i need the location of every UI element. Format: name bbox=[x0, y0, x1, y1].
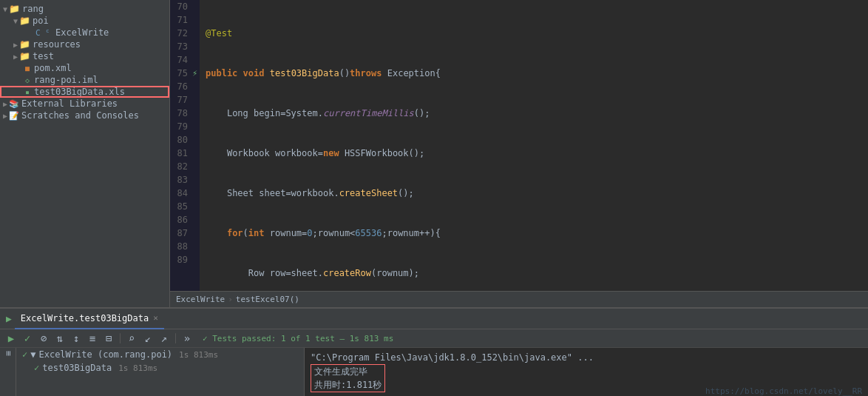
code-line-71: ⚡public void test03BigData()throws Excep… bbox=[206, 67, 868, 80]
run-tree-item-test03[interactable]: ✓ test03BigData 1s 813ms bbox=[16, 361, 304, 375]
output-line-0: "C:\Program Files\Java\jdk1.8.0_152\bin\… bbox=[311, 351, 862, 364]
run-left-icons: ≡ bbox=[0, 348, 16, 396]
file-tree-sidebar: ▼ 📁 rang ▼ 📁 poi C ᶜ ExcelWrite ▶ 📁 reso… bbox=[0, 0, 170, 307]
code-line-75: for(int rownum=0;rownum<65536;rownum++){ bbox=[206, 226, 868, 240]
cols-button[interactable]: ⊟ bbox=[102, 332, 115, 345]
run-tabs: ▶ ExcelWrite.test03BigData ✕ bbox=[0, 309, 868, 329]
chevron-icon: ▶ bbox=[13, 41, 18, 49]
code-line-72: Long begin=System.currentTimeMillis(); bbox=[206, 107, 868, 120]
play-button[interactable]: ▶ bbox=[4, 332, 18, 345]
run-panel: ▶ ExcelWrite.test03BigData ✕ ▶ ✓ ⊘ ⇅ ↕ ≡… bbox=[0, 307, 868, 396]
tree-label: rang-poi.iml bbox=[34, 75, 98, 85]
run-body: ≡ ✓ ▼ ExcelWrite (com.rang.poi) 1s 813ms… bbox=[0, 348, 868, 396]
code-editor: 70 71 72 73 74 75 76 77 78 79 80 81 82 8… bbox=[170, 0, 868, 307]
separator-2 bbox=[175, 333, 176, 343]
tree-item-ext-libraries[interactable]: ▶ 📚 External Libraries bbox=[0, 98, 169, 110]
line-numbers: 70 71 72 73 74 75 76 77 78 79 80 81 82 8… bbox=[170, 0, 200, 291]
pass-icon-2: ✓ bbox=[34, 363, 39, 373]
output-box: 文件生成完毕 共用时:1.811秒 bbox=[311, 364, 385, 392]
run-tab-label: ExcelWrite.test03BigData bbox=[21, 313, 149, 323]
tree-label: ᶜ ExcelWrite bbox=[45, 27, 109, 38]
tree-item-iml[interactable]: ◇ rang-poi.iml bbox=[0, 74, 169, 86]
close-tab-icon[interactable]: ✕ bbox=[153, 313, 158, 323]
tests-passed-label: ✓ Tests passed: 1 of 1 test – 1s 813 ms bbox=[203, 334, 393, 343]
chevron-icon: ▶ bbox=[13, 53, 18, 61]
tree-label: poi bbox=[33, 16, 49, 26]
chevron-icon: ▶ bbox=[3, 100, 7, 108]
code-line-76: Row row=sheet.createRow(rownum); bbox=[206, 266, 868, 280]
pass-icon: ✓ bbox=[22, 349, 27, 360]
java-file-icon: C bbox=[35, 28, 41, 38]
tree-label: resources bbox=[33, 39, 81, 50]
stop-button[interactable]: ⊘ bbox=[37, 332, 50, 345]
sort-asc-button[interactable]: ⇅ bbox=[53, 332, 67, 345]
code-line-74: Sheet sheet=workbook.createSheet(); bbox=[206, 187, 868, 200]
tree-label: pom.xml bbox=[34, 63, 72, 73]
main-content: ▼ 📁 rang ▼ 📁 poi C ᶜ ExcelWrite ▶ 📁 reso… bbox=[0, 0, 868, 307]
folder-icon: 📁 bbox=[19, 39, 30, 50]
check-icon: ✓ bbox=[203, 334, 208, 343]
align-button[interactable]: ≡ bbox=[86, 332, 99, 345]
code-line-73: Workbook workbook=new HSSFWorkbook(); bbox=[206, 147, 868, 160]
sort-desc-button[interactable]: ↕ bbox=[69, 332, 83, 345]
check-button[interactable]: ✓ bbox=[21, 332, 34, 345]
run-time-0: 1s 813ms bbox=[172, 350, 224, 360]
tree-label: test03BigData.xls bbox=[34, 87, 125, 97]
code-lines[interactable]: @Test ⚡public void test03BigData()throws… bbox=[200, 0, 868, 291]
tree-item-rang[interactable]: ▼ 📁 rang bbox=[0, 3, 169, 15]
tree-label: rang bbox=[22, 4, 44, 14]
tree-item-poi[interactable]: ▼ 📁 poi bbox=[0, 15, 169, 27]
tree-label: External Libraries bbox=[21, 98, 118, 109]
tree-item-scratches[interactable]: ▶ 📝 Scratches and Consoles bbox=[0, 110, 169, 121]
more-button[interactable]: » bbox=[180, 332, 194, 345]
tree-label: test bbox=[33, 51, 54, 61]
run-time-1: 1s 813ms bbox=[112, 363, 163, 373]
breadcrumb-item-1[interactable]: ExcelWrite bbox=[176, 295, 225, 304]
iml-file-icon: ◇ bbox=[25, 76, 30, 84]
library-icon: 📚 bbox=[9, 99, 19, 109]
export-right-button[interactable]: ↗ bbox=[157, 332, 171, 345]
expand-icon: ▼ bbox=[30, 349, 35, 360]
run-toolbar: ▶ ✓ ⊘ ⇅ ↕ ≡ ⊟ ⌕ ↙ ↗ » ✓ Tests passed: 1 … bbox=[0, 329, 868, 348]
breadcrumb-item-2[interactable]: testExcel07() bbox=[236, 295, 299, 304]
folder-icon: 📁 bbox=[9, 4, 20, 14]
folder-icon: 📁 bbox=[19, 16, 30, 26]
folder-icon: 📁 bbox=[19, 51, 30, 61]
tree-item-excelwrite[interactable]: C ᶜ ExcelWrite bbox=[0, 27, 169, 38]
side-panel-icon[interactable]: ≡ bbox=[3, 351, 13, 356]
breadcrumb: ExcelWrite › testExcel07() bbox=[170, 291, 868, 307]
xml-file-icon: ■ bbox=[25, 64, 30, 73]
tree-item-pom[interactable]: ■ pom.xml bbox=[0, 62, 169, 74]
run-method-label: test03BigData bbox=[42, 363, 112, 373]
search-button[interactable]: ⌕ bbox=[125, 332, 138, 345]
tree-item-test[interactable]: ▶ 📁 test bbox=[0, 50, 169, 62]
tree-label: Scratches and Consoles bbox=[21, 110, 139, 121]
tree-item-resources[interactable]: ▶ 📁 resources bbox=[0, 38, 169, 50]
chevron-icon: ▶ bbox=[3, 112, 7, 120]
separator bbox=[120, 333, 121, 343]
run-class-label: ExcelWrite (com.rang.poi) bbox=[38, 349, 172, 360]
watermark: https://blog.csdn.net/lovely__RR bbox=[705, 386, 862, 396]
code-view: 70 71 72 73 74 75 76 77 78 79 80 81 82 8… bbox=[170, 0, 868, 291]
scratch-icon: 📝 bbox=[9, 111, 19, 121]
xls-file-icon: ▪ bbox=[25, 88, 30, 96]
run-tree-item-excelwrite[interactable]: ✓ ▼ ExcelWrite (com.rang.poi) 1s 813ms bbox=[16, 348, 304, 361]
run-icon: ▶ bbox=[6, 313, 12, 324]
code-line-70: @Test bbox=[206, 27, 868, 40]
chevron-icon: ▼ bbox=[13, 17, 18, 25]
tree-item-xls[interactable]: ▪ test03BigData.xls bbox=[0, 86, 169, 98]
run-tree: ✓ ▼ ExcelWrite (com.rang.poi) 1s 813ms ✓… bbox=[16, 348, 305, 396]
export-left-button[interactable]: ↙ bbox=[141, 332, 155, 345]
breadcrumb-separator: › bbox=[228, 295, 233, 304]
run-output: "C:\Program Files\Java\jdk1.8.0_152\bin\… bbox=[305, 348, 868, 396]
run-tab-active[interactable]: ExcelWrite.test03BigData ✕ bbox=[15, 309, 164, 329]
chevron-icon: ▼ bbox=[3, 5, 7, 13]
